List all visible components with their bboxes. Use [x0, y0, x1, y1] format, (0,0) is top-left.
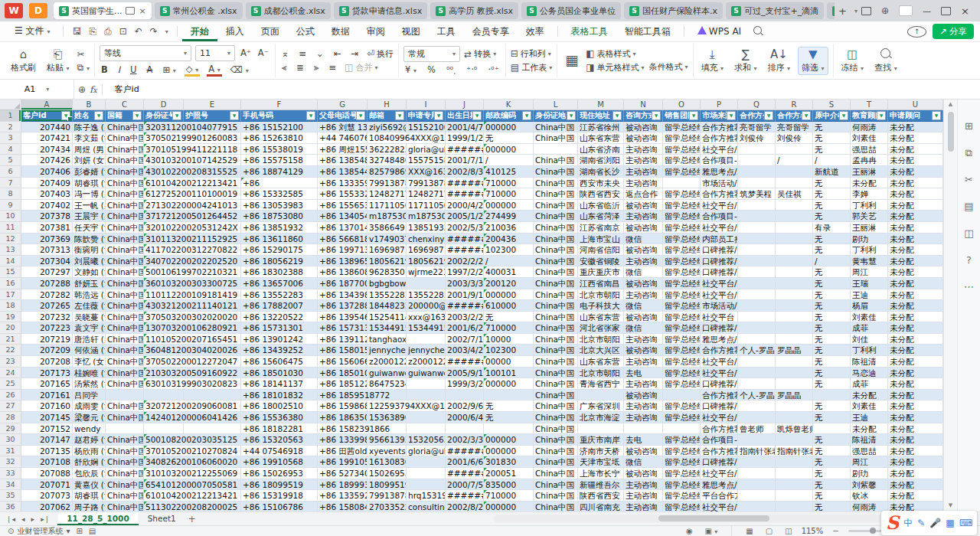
cell[interactable] — [534, 144, 578, 155]
cell[interactable]: 207304 — [21, 256, 73, 267]
cell[interactable]: consultingv — [407, 502, 446, 511]
cell[interactable]: 微信 — [624, 322, 663, 334]
cell[interactable]: 留学总经纪 — [663, 456, 701, 468]
normal-view-icon[interactable]: ▦ — [743, 527, 756, 535]
cell[interactable]: 180562199 — [407, 256, 446, 267]
cell[interactable]: China中国 — [106, 244, 144, 256]
cell[interactable] — [776, 378, 813, 390]
cell[interactable]: China中国 — [106, 434, 144, 446]
cell[interactable] — [813, 423, 851, 435]
cell[interactable]: China中国 — [106, 122, 144, 133]
rows-cols-button[interactable]: ⊟行和列 ▾ — [511, 48, 552, 60]
cell[interactable]: China中国 — [106, 266, 144, 278]
cell[interactable] — [776, 412, 813, 423]
cell[interactable]: 被动咨询 — [624, 278, 663, 289]
cell[interactable] — [624, 423, 663, 435]
cell[interactable] — [776, 490, 813, 502]
cell[interactable] — [776, 289, 813, 301]
cell[interactable]: 207073 — [21, 490, 73, 502]
cell[interactable]: China中国 — [106, 200, 144, 211]
cell[interactable]: +86 15319918 — [241, 490, 318, 502]
cell[interactable]: 未分配 — [888, 222, 943, 234]
cell[interactable]: 207219 — [21, 334, 73, 345]
cell[interactable]: 内部员工推 — [701, 234, 738, 245]
cell[interactable] — [446, 423, 484, 435]
cell[interactable]: 16130836 — [368, 456, 407, 468]
cell[interactable]: wendy — [73, 423, 106, 435]
cell[interactable]: xyevents@ — [368, 446, 407, 457]
cell[interactable]: 169698712 — [407, 244, 446, 256]
cell[interactable] — [776, 266, 813, 278]
cell[interactable] — [407, 423, 446, 435]
cell[interactable]: 271302200004241013 — [144, 200, 241, 211]
cell[interactable] — [776, 211, 813, 222]
cell[interactable]: 吴佳祺 — [776, 188, 813, 200]
cell[interactable]: 被动咨询 — [624, 446, 663, 457]
column-header-E[interactable]: E — [184, 100, 241, 110]
cell[interactable]: China中国 — [106, 155, 144, 166]
cell[interactable]: 青海省西宁 — [578, 378, 624, 390]
cell[interactable]: 18448233 — [368, 300, 407, 312]
cell[interactable]: 710000 — [484, 490, 534, 502]
cell[interactable]: China中国 — [534, 266, 578, 278]
filter-dropdown-icon[interactable]: ▼ — [94, 111, 103, 120]
cell[interactable]: 未分配 — [888, 400, 943, 412]
cell[interactable]: 主动咨询 — [624, 178, 663, 189]
column-header-I[interactable]: I — [407, 100, 446, 110]
cell[interactable]: 207288 — [21, 278, 73, 289]
cell[interactable]: 山东省济南 — [578, 144, 624, 155]
cell[interactable]: 赵君婷 (女 — [73, 434, 106, 446]
column-header-Q[interactable]: Q — [738, 100, 776, 110]
row-number[interactable]: 32 — [0, 456, 21, 468]
header-cell[interactable]: 国籍▼ — [106, 110, 144, 122]
column-header-K[interactable]: K — [484, 100, 534, 110]
cell[interactable]: China中国 — [106, 322, 144, 334]
strikethrough-button[interactable]: A — [145, 64, 155, 75]
undo-icon[interactable]: ↶ — [131, 26, 146, 37]
cell[interactable]: 被动咨询 — [624, 468, 663, 479]
cell[interactable]: China中国 — [106, 166, 144, 178]
cell[interactable]: +86 1340540988 — [318, 211, 368, 222]
cell[interactable]: 强思喆 — [851, 446, 888, 457]
cell[interactable]: +86 18182281 — [241, 423, 318, 435]
cell[interactable]: 370105199411221118 — [144, 144, 241, 155]
cell[interactable]: 无 — [813, 300, 851, 312]
cell[interactable]: 吕同学 — [73, 390, 106, 401]
cell[interactable]: 王一帆 (男 — [73, 200, 106, 211]
cell[interactable]: +86 1343982452 — [318, 289, 368, 301]
cell[interactable]: bgbgbow@ — [368, 278, 407, 289]
filter-dropdown-icon[interactable]: ▼ — [356, 111, 365, 120]
cell[interactable]: 110105200207165451 — [144, 334, 241, 345]
header-cell[interactable]: 客户id▼ — [21, 110, 73, 122]
cell[interactable]: 无 — [484, 132, 534, 144]
cell[interactable]: 舒妍玉 (女 — [73, 278, 106, 289]
cell[interactable]: 社交平台/ — [701, 222, 738, 234]
cell[interactable]: 327484864 — [368, 155, 407, 166]
cell[interactable]: 市场活动/ — [701, 300, 738, 312]
add-sheet-button[interactable]: + — [185, 514, 199, 525]
cell[interactable]: +86 1877000215 — [318, 278, 368, 289]
cell[interactable]: China中国 — [106, 456, 144, 468]
cell[interactable]: 陈祖清 — [851, 356, 888, 368]
ime-mic-icon[interactable]: 🎤 — [929, 518, 941, 528]
cell[interactable]: 未分配 — [888, 234, 943, 245]
cell[interactable]: 留学总经纪 — [663, 278, 701, 289]
row-number[interactable]: 14 — [0, 256, 21, 267]
cell[interactable]: z20001227 — [407, 356, 446, 368]
cell[interactable]: 江苏省徐州 — [578, 122, 624, 133]
cell[interactable]: 黄韦慧 — [851, 256, 888, 267]
cell[interactable]: 000000 — [484, 434, 534, 446]
header-cell[interactable]: 原中介机▼ — [813, 110, 851, 122]
cell[interactable]: 200436 — [484, 234, 534, 245]
paste-button[interactable]: ⎗粘贴 ▾ — [44, 47, 73, 74]
file-tab[interactable]: S可过_支付宝+_滴滴 — [726, 2, 824, 19]
cell[interactable]: 无 — [813, 345, 851, 356]
filter-dropdown-icon[interactable]: ▼ — [132, 111, 142, 120]
cell[interactable]: 654101200007050581 — [144, 479, 241, 491]
cell[interactable]: 何雨涛 — [851, 502, 888, 511]
cell[interactable]: +86 1859518772 — [318, 390, 407, 401]
cell[interactable]: 刘素佳 — [851, 132, 888, 144]
cell[interactable] — [407, 278, 446, 289]
save-icon[interactable]: 🖫 — [68, 26, 85, 37]
cell[interactable]: 周煜 (男) — [73, 144, 106, 155]
